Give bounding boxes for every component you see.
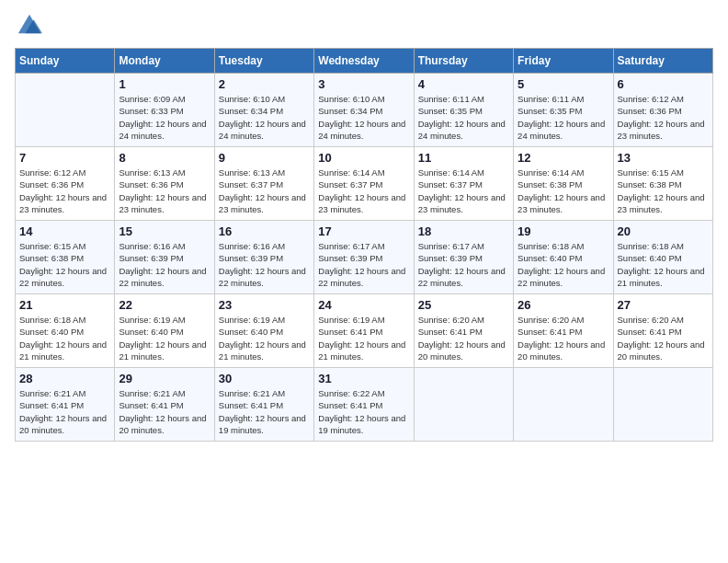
day-info: Sunrise: 6:15 AMSunset: 6:38 PMDaylight:… (19, 240, 110, 289)
day-number: 20 (618, 224, 709, 238)
week-row-2: 7Sunrise: 6:12 AMSunset: 6:36 PMDaylight… (16, 147, 713, 221)
calendar-cell: 31Sunrise: 6:22 AMSunset: 6:41 PMDayligh… (314, 368, 414, 442)
day-info: Sunrise: 6:19 AMSunset: 6:41 PMDaylight:… (318, 314, 409, 362)
day-number: 11 (418, 151, 509, 165)
day-number: 30 (219, 372, 310, 385)
calendar-cell: 15Sunrise: 6:16 AMSunset: 6:39 PMDayligh… (115, 221, 214, 294)
header-row: SundayMondayTuesdayWednesdayThursdayFrid… (16, 49, 713, 74)
calendar-cell: 18Sunrise: 6:17 AMSunset: 6:39 PMDayligh… (414, 221, 513, 294)
day-number: 22 (119, 298, 210, 312)
day-number: 3 (318, 77, 409, 91)
calendar-cell (16, 74, 115, 147)
day-info: Sunrise: 6:21 AMSunset: 6:41 PMDaylight:… (119, 387, 210, 436)
calendar-cell: 6Sunrise: 6:12 AMSunset: 6:36 PMDaylight… (613, 74, 712, 147)
day-number: 28 (19, 372, 110, 385)
calendar-cell: 29Sunrise: 6:21 AMSunset: 6:41 PMDayligh… (115, 368, 214, 442)
calendar-cell: 23Sunrise: 6:19 AMSunset: 6:40 PMDayligh… (214, 294, 313, 368)
day-number: 16 (219, 224, 310, 238)
day-info: Sunrise: 6:18 AMSunset: 6:40 PMDaylight:… (618, 240, 709, 289)
calendar-cell: 7Sunrise: 6:12 AMSunset: 6:36 PMDaylight… (16, 147, 115, 221)
day-number: 26 (518, 298, 609, 312)
calendar-cell: 19Sunrise: 6:18 AMSunset: 6:40 PMDayligh… (514, 221, 613, 294)
day-info: Sunrise: 6:11 AMSunset: 6:35 PMDaylight:… (518, 93, 609, 142)
day-info: Sunrise: 6:12 AMSunset: 6:36 PMDaylight:… (618, 93, 709, 142)
calendar-cell: 3Sunrise: 6:10 AMSunset: 6:34 PMDaylight… (314, 74, 414, 147)
week-row-1: 1Sunrise: 6:09 AMSunset: 6:33 PMDaylight… (16, 74, 713, 147)
calendar-cell: 25Sunrise: 6:20 AMSunset: 6:41 PMDayligh… (414, 294, 513, 368)
day-number: 6 (618, 77, 709, 91)
calendar-cell: 16Sunrise: 6:16 AMSunset: 6:39 PMDayligh… (214, 221, 313, 294)
calendar-cell: 2Sunrise: 6:10 AMSunset: 6:34 PMDaylight… (214, 74, 313, 147)
day-info: Sunrise: 6:18 AMSunset: 6:40 PMDaylight:… (19, 314, 110, 362)
day-number: 4 (418, 77, 509, 91)
day-info: Sunrise: 6:21 AMSunset: 6:41 PMDaylight:… (219, 387, 310, 436)
calendar-cell: 30Sunrise: 6:21 AMSunset: 6:41 PMDayligh… (214, 368, 313, 442)
day-info: Sunrise: 6:15 AMSunset: 6:38 PMDaylight:… (618, 167, 709, 215)
day-number: 15 (119, 224, 210, 238)
calendar-cell: 28Sunrise: 6:21 AMSunset: 6:41 PMDayligh… (16, 368, 115, 442)
day-info: Sunrise: 6:14 AMSunset: 6:37 PMDaylight:… (318, 167, 409, 215)
page-header (15, 15, 713, 37)
day-number: 8 (119, 151, 210, 165)
calendar-cell (514, 368, 613, 442)
calendar-cell: 24Sunrise: 6:19 AMSunset: 6:41 PMDayligh… (314, 294, 414, 368)
day-info: Sunrise: 6:20 AMSunset: 6:41 PMDaylight:… (518, 314, 609, 362)
calendar-cell: 12Sunrise: 6:14 AMSunset: 6:38 PMDayligh… (514, 147, 613, 221)
calendar-cell (414, 368, 513, 442)
day-number: 10 (318, 151, 409, 165)
calendar-cell: 8Sunrise: 6:13 AMSunset: 6:36 PMDaylight… (115, 147, 214, 221)
day-info: Sunrise: 6:22 AMSunset: 6:41 PMDaylight:… (318, 387, 409, 436)
logo-icon (17, 11, 42, 37)
day-info: Sunrise: 6:10 AMSunset: 6:34 PMDaylight:… (219, 93, 310, 142)
day-info: Sunrise: 6:12 AMSunset: 6:36 PMDaylight:… (19, 167, 110, 215)
header-thursday: Thursday (414, 49, 513, 74)
day-number: 9 (219, 151, 310, 165)
day-number: 31 (318, 372, 409, 385)
day-info: Sunrise: 6:17 AMSunset: 6:39 PMDaylight:… (318, 240, 409, 289)
calendar-cell: 1Sunrise: 6:09 AMSunset: 6:33 PMDaylight… (115, 74, 214, 147)
day-number: 7 (19, 151, 110, 165)
calendar-cell: 21Sunrise: 6:18 AMSunset: 6:40 PMDayligh… (16, 294, 115, 368)
header-tuesday: Tuesday (214, 49, 313, 74)
day-number: 19 (518, 224, 609, 238)
header-wednesday: Wednesday (314, 49, 414, 74)
logo-line1 (15, 15, 42, 37)
day-number: 13 (618, 151, 709, 165)
day-info: Sunrise: 6:20 AMSunset: 6:41 PMDaylight:… (618, 314, 709, 362)
calendar-cell: 10Sunrise: 6:14 AMSunset: 6:37 PMDayligh… (314, 147, 414, 221)
day-info: Sunrise: 6:14 AMSunset: 6:38 PMDaylight:… (518, 167, 609, 215)
day-number: 14 (19, 224, 110, 238)
day-info: Sunrise: 6:09 AMSunset: 6:33 PMDaylight:… (119, 93, 210, 142)
header-sunday: Sunday (16, 49, 115, 74)
day-number: 12 (518, 151, 609, 165)
calendar-cell: 26Sunrise: 6:20 AMSunset: 6:41 PMDayligh… (514, 294, 613, 368)
day-number: 1 (119, 77, 210, 91)
day-number: 21 (19, 298, 110, 312)
day-info: Sunrise: 6:13 AMSunset: 6:37 PMDaylight:… (219, 167, 310, 215)
calendar-cell: 4Sunrise: 6:11 AMSunset: 6:35 PMDaylight… (414, 74, 513, 147)
day-number: 17 (318, 224, 409, 238)
calendar-table: SundayMondayTuesdayWednesdayThursdayFrid… (15, 48, 713, 442)
day-number: 5 (518, 77, 609, 91)
header-monday: Monday (115, 49, 214, 74)
header-friday: Friday (514, 49, 613, 74)
calendar-cell: 13Sunrise: 6:15 AMSunset: 6:38 PMDayligh… (613, 147, 712, 221)
calendar-cell (613, 368, 712, 442)
week-row-3: 14Sunrise: 6:15 AMSunset: 6:38 PMDayligh… (16, 221, 713, 294)
calendar-cell: 5Sunrise: 6:11 AMSunset: 6:35 PMDaylight… (514, 74, 613, 147)
day-info: Sunrise: 6:18 AMSunset: 6:40 PMDaylight:… (518, 240, 609, 289)
day-info: Sunrise: 6:16 AMSunset: 6:39 PMDaylight:… (119, 240, 210, 289)
week-row-4: 21Sunrise: 6:18 AMSunset: 6:40 PMDayligh… (16, 294, 713, 368)
day-info: Sunrise: 6:14 AMSunset: 6:37 PMDaylight:… (418, 167, 509, 215)
calendar-cell: 14Sunrise: 6:15 AMSunset: 6:38 PMDayligh… (16, 221, 115, 294)
day-number: 27 (618, 298, 709, 312)
calendar-cell: 20Sunrise: 6:18 AMSunset: 6:40 PMDayligh… (613, 221, 712, 294)
day-info: Sunrise: 6:13 AMSunset: 6:36 PMDaylight:… (119, 167, 210, 215)
calendar-cell: 11Sunrise: 6:14 AMSunset: 6:37 PMDayligh… (414, 147, 513, 221)
calendar-cell: 22Sunrise: 6:19 AMSunset: 6:40 PMDayligh… (115, 294, 214, 368)
day-info: Sunrise: 6:20 AMSunset: 6:41 PMDaylight:… (418, 314, 509, 362)
day-number: 24 (318, 298, 409, 312)
day-number: 25 (418, 298, 509, 312)
logo (15, 15, 42, 37)
day-info: Sunrise: 6:19 AMSunset: 6:40 PMDaylight:… (219, 314, 310, 362)
